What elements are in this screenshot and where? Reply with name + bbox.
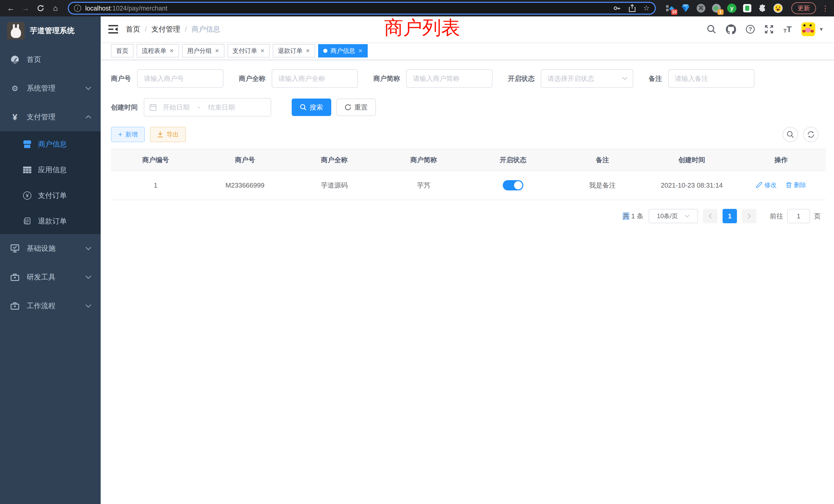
breadcrumb: 首页 / 支付管理 / 商户信息 [126,24,220,34]
user-avatar-menu[interactable]: ▾ [802,22,823,36]
cell-create-time: 2021-10-23 08:31:14 [647,171,737,200]
short-name-label: 商户简称 [373,74,400,83]
extension-notify-icon[interactable]: 1 [712,4,721,13]
export-button[interactable]: 导出 [150,127,186,142]
page-size-select[interactable]: 10条/页 [649,209,698,223]
yen-icon: ¥ [10,112,20,122]
share-icon[interactable] [628,4,636,12]
refresh-icon-button[interactable] [803,127,818,142]
jump-page-input[interactable] [787,209,810,223]
create-time-range-picker[interactable]: 开始日期 - 结束日期 [144,98,271,116]
browser-reload-button[interactable] [35,5,46,12]
cell-merchant-id: 1 [111,171,200,200]
browser-menu-icon[interactable]: ⋮ [822,4,829,13]
sidebar-item-payment[interactable]: ¥ 支付管理 [0,102,101,131]
browser-update-button[interactable]: 更新 [791,2,816,14]
github-icon[interactable] [726,24,736,34]
sidebar-item-workflow[interactable]: 工作流程 [0,292,101,320]
delete-link[interactable]: 删除 [786,181,806,189]
merchant-name-label: 商户全称 [239,74,265,83]
current-page-button[interactable]: 1 [723,209,737,223]
tab-home[interactable]: 首页 [111,44,133,58]
status-toggle[interactable] [503,180,523,190]
prev-page-button[interactable] [703,209,718,223]
cell-actions: 修改 删除 [737,171,826,200]
sidebar-item-infra[interactable]: 基础设施 [0,234,101,263]
short-name-input[interactable] [406,69,492,88]
sidebar-item-merchant-info[interactable]: 商户信息 [0,131,101,157]
browser-forward-button[interactable]: → [20,4,31,12]
chevron-down-icon [684,214,690,217]
remark-input[interactable] [668,69,754,88]
active-dot [323,49,327,53]
plus-icon: + [118,131,122,138]
sidebar-item-app-info[interactable]: 应用信息 [0,157,101,183]
close-icon[interactable]: ✕ [170,48,174,54]
profile-emoji-icon[interactable] [773,4,783,13]
payment-submenu: 商户信息 应用信息 ¥ 支付订单 退款订单 [0,131,101,234]
reset-button[interactable]: 重置 [336,98,376,116]
extension-command-icon[interactable]: ⌘ [696,4,706,13]
status-select[interactable]: 请选择开启状态 [541,69,633,88]
close-icon[interactable]: ✕ [260,48,265,54]
col-short-name: 商户简称 [379,149,468,171]
browser-extensions: ◆ 10 ⌘ 1 y [665,4,783,13]
app-logo[interactable]: 芋道管理系统 [0,17,101,45]
font-size-icon[interactable]: TT [784,25,792,33]
edit-link[interactable]: 修改 [756,181,776,189]
sidebar-item-label: 基础设施 [27,244,56,253]
gear-icon: ⚙ [10,84,20,93]
sidebar-item-devtools[interactable]: 研发工具 [0,263,101,292]
fullscreen-icon[interactable] [764,25,774,34]
breadcrumb-parent[interactable]: 支付管理 [152,24,180,34]
sidebar-item-label: 退款订单 [38,216,67,226]
col-merchant-no: 商户号 [200,149,290,171]
breadcrumb-current: 商户信息 [192,24,220,34]
sidebar-item-system[interactable]: ⚙ 系统管理 [0,74,101,102]
extension-gem-icon[interactable] [681,4,690,13]
trash-icon [786,182,792,188]
help-icon[interactable]: ? [746,25,755,33]
col-merchant-name: 商户全称 [290,149,379,171]
merchant-no-input[interactable] [137,69,223,88]
extension-notes-icon[interactable] [743,4,752,13]
merchant-name-input[interactable] [272,69,358,88]
collapse-sidebar-icon[interactable] [101,25,126,33]
extension-y-icon[interactable]: y [727,4,737,13]
browser-address-bar[interactable]: i localhost:1024/pay/merchant ☆ [68,2,656,15]
extension-sidepanel-icon[interactable]: ◆ 10 [665,4,675,13]
header-search-icon[interactable] [707,25,716,34]
browser-back-button[interactable]: ← [5,4,17,12]
toolbox-icon [10,273,20,281]
breadcrumb-home[interactable]: 首页 [126,24,140,34]
search-button[interactable]: 搜索 [292,98,331,116]
col-merchant-id: 商户编号 [111,149,200,171]
tab-process-form[interactable]: 流程表单✕ [137,44,179,58]
next-page-button[interactable] [742,209,756,223]
close-icon[interactable]: ✕ [306,48,310,54]
close-icon[interactable]: ✕ [358,48,363,54]
bookmark-star-icon[interactable]: ☆ [643,5,650,12]
password-key-icon[interactable] [613,4,621,12]
merchant-table: 商户编号 商户号 商户全称 商户简称 开启状态 备注 创建时间 操作 1 M23… [111,149,826,200]
browser-toolbar: ← → ⌂ i localhost:1024/pay/merchant ☆ ◆ … [0,0,834,17]
sidebar-item-home[interactable]: 首页 [0,45,101,74]
toggle-search-icon-button[interactable] [783,127,798,142]
search-form-row-2: 创建时间 开始日期 - 结束日期 搜索 重置 [111,98,826,116]
cell-merchant-name: 芋道源码 [290,171,379,200]
close-icon[interactable]: ✕ [215,48,219,54]
pagination: 共 1 条 10条/页 1 前往 页 [111,209,826,223]
sidebar-item-pay-order[interactable]: ¥ 支付订单 [0,183,101,208]
calendar-icon [150,104,157,111]
add-button[interactable]: + 新增 [111,127,145,142]
tab-user-group[interactable]: 用户分组✕ [182,44,224,58]
cell-remark: 我是备注 [558,171,647,200]
shop-icon [23,140,32,148]
tab-pay-order[interactable]: 支付订单✕ [227,44,270,58]
extensions-puzzle-icon[interactable] [758,4,767,13]
tab-refund-order[interactable]: 退款订单✕ [273,44,315,58]
sidebar-item-refund-order[interactable]: 退款订单 [0,208,101,234]
site-info-icon[interactable]: i [74,5,81,12]
browser-home-button[interactable]: ⌂ [50,4,61,12]
tab-merchant-info-active[interactable]: 商户信息✕ [318,44,368,58]
